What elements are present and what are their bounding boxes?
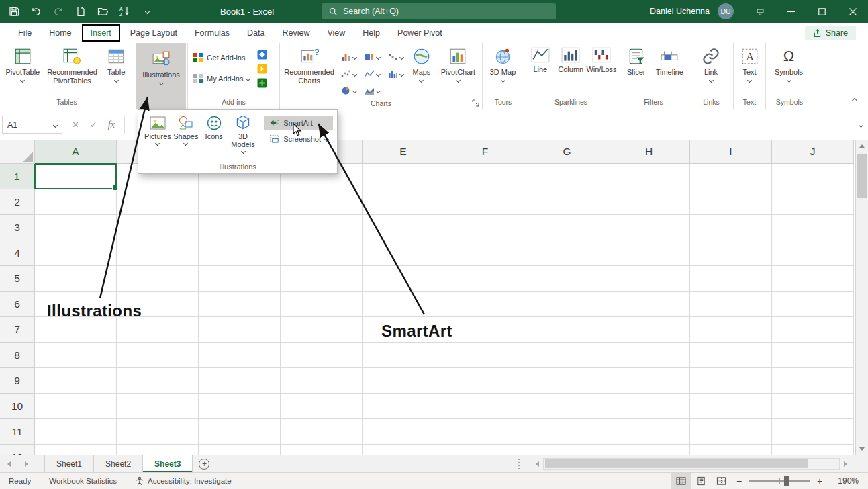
sheet-tab-sheet3[interactable]: Sheet3 <box>143 455 193 472</box>
name-box[interactable]: A1 <box>2 116 62 134</box>
icons-menu-item[interactable]: Icons <box>200 114 228 153</box>
cell-A7[interactable] <box>35 317 117 343</box>
zoom-out-button[interactable]: − <box>731 476 747 486</box>
cell-I5[interactable] <box>690 266 772 292</box>
cell-F6[interactable] <box>444 292 526 317</box>
cell-G8[interactable] <box>526 343 608 368</box>
cell-D5[interactable] <box>281 266 363 292</box>
cell-F7[interactable] <box>444 317 526 343</box>
cell-C12[interactable] <box>199 445 281 455</box>
cell-H12[interactable] <box>608 445 690 455</box>
sparkline-column-button[interactable]: Column <box>554 43 587 97</box>
illustrations-button[interactable]: Illustrations <box>136 43 186 109</box>
cell-D4[interactable] <box>281 240 363 266</box>
cell-J1[interactable] <box>772 164 854 189</box>
share-button[interactable]: Share <box>805 26 856 40</box>
save-button[interactable] <box>8 5 20 17</box>
cell-C11[interactable] <box>199 419 281 445</box>
column-header-H[interactable]: H <box>608 140 690 164</box>
cell-D7[interactable] <box>281 317 363 343</box>
cell-I12[interactable] <box>690 445 772 455</box>
cell-G1[interactable] <box>526 164 608 189</box>
cell-C3[interactable] <box>199 215 281 240</box>
map-3d-button[interactable]: 3D Map <box>485 43 521 97</box>
cell-B2[interactable] <box>117 189 199 215</box>
row-header-2[interactable]: 2 <box>0 189 35 215</box>
enter-formula-button[interactable]: ✓ <box>90 120 97 130</box>
row-header-7[interactable]: 7 <box>0 317 35 343</box>
row-header-8[interactable]: 8 <box>0 343 35 368</box>
cell-I1[interactable] <box>690 164 772 189</box>
minimize-button[interactable] <box>775 0 806 23</box>
zoom-level[interactable]: 190% <box>828 476 859 486</box>
cell-J11[interactable] <box>772 419 854 445</box>
close-button[interactable] <box>837 0 868 23</box>
cell-G11[interactable] <box>526 419 608 445</box>
accessibility-button[interactable]: Accessibility: Investigate <box>126 473 240 489</box>
cell-A10[interactable] <box>35 394 117 419</box>
cell-H5[interactable] <box>608 266 690 292</box>
scroll-left-button[interactable] <box>532 458 543 470</box>
cell-F5[interactable] <box>444 266 526 292</box>
cell-E5[interactable] <box>363 266 444 292</box>
cell-J12[interactable] <box>772 445 854 455</box>
cell-D6[interactable] <box>281 292 363 317</box>
cell-I2[interactable] <box>690 189 772 215</box>
pictures-menu-item[interactable]: Pictures <box>144 114 172 153</box>
addin-shortcut-yellow-icon[interactable] <box>257 64 267 74</box>
statistic-chart-button[interactable] <box>383 65 407 82</box>
undo-button[interactable] <box>30 5 42 17</box>
text-button[interactable]: A Text <box>736 43 763 97</box>
horizontal-scrollbar[interactable] <box>532 458 851 470</box>
cell-H2[interactable] <box>608 189 690 215</box>
search-box[interactable] <box>322 3 556 19</box>
row-header-9[interactable]: 9 <box>0 368 35 394</box>
maximize-button[interactable] <box>806 0 837 23</box>
cell-A9[interactable] <box>35 368 117 394</box>
select-all-corner[interactable] <box>0 140 35 164</box>
page-layout-view-button[interactable] <box>691 473 711 489</box>
column-header-A[interactable]: A <box>35 140 117 164</box>
cell-B5[interactable] <box>117 266 199 292</box>
cell-I8[interactable] <box>690 343 772 368</box>
insert-function-button[interactable]: fx <box>108 120 115 130</box>
cell-D2[interactable] <box>281 189 363 215</box>
sort-az-button[interactable]: AZ <box>119 5 131 17</box>
open-file-button[interactable] <box>97 5 109 17</box>
cell-J2[interactable] <box>772 189 854 215</box>
tab-review[interactable]: Review <box>273 24 318 42</box>
link-button[interactable]: Link <box>691 43 730 97</box>
tab-home[interactable]: Home <box>40 24 80 42</box>
cell-B8[interactable] <box>117 343 199 368</box>
cell-C9[interactable] <box>199 368 281 394</box>
cell-H11[interactable] <box>608 419 690 445</box>
row-header-6[interactable]: 6 <box>0 292 35 317</box>
row-header-1[interactable]: 1 <box>0 164 35 189</box>
normal-view-button[interactable] <box>671 473 691 489</box>
row-header-10[interactable]: 10 <box>0 394 35 419</box>
sheet-tab-sheet1[interactable]: Sheet1 <box>44 455 94 472</box>
sparkline-winloss-button[interactable]: Win/Loss <box>587 43 616 97</box>
cell-G10[interactable] <box>526 394 608 419</box>
search-input[interactable] <box>343 7 549 16</box>
cell-F9[interactable] <box>444 368 526 394</box>
cell-H8[interactable] <box>608 343 690 368</box>
tab-power-pivot[interactable]: Power Pivot <box>389 24 451 42</box>
cell-E11[interactable] <box>363 419 444 445</box>
cell-F3[interactable] <box>444 215 526 240</box>
pie-chart-button[interactable] <box>336 82 360 99</box>
cell-J8[interactable] <box>772 343 854 368</box>
sheet-tab-sheet2[interactable]: Sheet2 <box>94 455 143 472</box>
tab-page-layout[interactable]: Page Layout <box>122 24 186 42</box>
scatter-chart-button[interactable] <box>336 65 360 82</box>
cell-C4[interactable] <box>199 240 281 266</box>
tab-file[interactable]: File <box>9 24 40 42</box>
cell-A1[interactable] <box>35 164 117 189</box>
cell-C8[interactable] <box>199 343 281 368</box>
horizontal-scroll-track[interactable] <box>543 458 840 470</box>
cell-C2[interactable] <box>199 189 281 215</box>
maps-button[interactable]: Maps <box>407 43 436 99</box>
cell-E6[interactable] <box>363 292 444 317</box>
row-header-5[interactable]: 5 <box>0 266 35 292</box>
cell-F1[interactable] <box>444 164 526 189</box>
